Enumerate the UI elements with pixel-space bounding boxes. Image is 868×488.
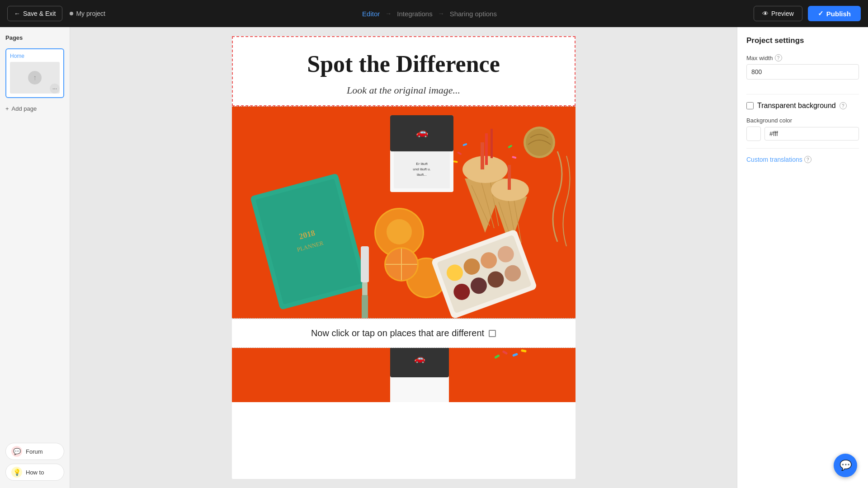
max-width-info-icon[interactable]: ? [775,54,782,61]
svg-rect-6 [362,282,368,296]
transparent-bg-info-icon[interactable]: ? [840,102,847,109]
eye-icon: 👁 [762,10,769,17]
spot-title: Spot the Difference [242,51,566,77]
add-page-button[interactable]: + Add page [5,103,64,114]
svg-point-63 [526,129,553,156]
pages-title: Pages [5,34,64,41]
project-name: My project [70,10,105,17]
project-dot [70,12,73,15]
nav-step-integrations[interactable]: Integrations [397,10,432,18]
chat-icon: 💬 [840,460,852,471]
bg-color-label: Background color [746,117,859,124]
svg-rect-7 [362,295,368,318]
nav-arrow-1: → [385,10,392,17]
transparent-bg-label: Transparent background [757,102,836,110]
svg-rect-35 [508,165,511,190]
settings-sidebar: Project settings Max width ? Transparent… [737,27,868,488]
custom-translations-link[interactable]: Custom translations ? [746,156,859,163]
svg-text:und läuft u.: und läuft u. [413,167,431,171]
custom-translations-info-icon[interactable]: ? [804,156,811,163]
nav-center: Editor → Integrations → Sharing options [105,10,754,18]
click-instruction-block: Now click or tap on places that are diff… [232,319,576,348]
transparent-bg-row: Transparent background ? [746,102,859,110]
spot-subtitle: Look at the original image... [242,84,566,96]
main-image-block[interactable]: 2018 PLANNER [232,106,576,319]
nav-step-editor[interactable]: Editor [362,10,380,18]
spot-difference-image: 2018 PLANNER [232,107,576,318]
title-block[interactable]: Spot the Difference Look at the original… [232,36,576,106]
settings-divider-2 [746,148,859,149]
nav-right: 👁 Preview ✓ Publish [754,6,861,21]
main-content: Pages Home ↑ ··· + Add page 💬 Forum 💡 [0,27,868,488]
svg-text:🚗: 🚗 [415,126,428,138]
click-checkbox [489,330,496,337]
page-label-home: Home [10,53,60,59]
settings-title: Project settings [746,36,859,45]
back-arrow-icon: ← [14,10,20,17]
bg-color-swatch[interactable] [746,127,761,141]
svg-rect-23 [485,133,488,165]
max-width-input[interactable] [746,64,859,80]
pages-sidebar: Pages Home ↑ ··· + Add page 💬 Forum 💡 [0,27,70,488]
plus-icon: + [5,105,9,112]
svg-rect-22 [481,142,484,169]
preview-button[interactable]: 👁 Preview [754,6,802,21]
check-icon: ✓ [818,9,824,18]
transparent-bg-checkbox[interactable] [746,102,754,109]
second-image-block[interactable]: 🚗 [232,348,576,402]
second-image: 🚗 [232,348,576,402]
howto-button[interactable]: 💡 How to [5,464,64,481]
svg-rect-24 [491,129,493,158]
svg-text:🚗: 🚗 [414,353,425,364]
nav-left: ← Save & Exit My project [7,6,105,21]
bg-color-input[interactable] [764,127,859,141]
svg-point-10 [387,219,412,244]
chat-bubble-button[interactable]: 💬 [834,454,857,477]
more-dots-icon: ··· [52,85,57,92]
forum-icon: 💬 [11,446,22,457]
nav-arrow-2: → [438,10,444,17]
svg-text:läuft...: läuft... [417,173,427,177]
bg-color-row [746,127,859,141]
svg-text:Er läuft: Er läuft [416,162,428,166]
click-instruction-text: Now click or tap on places that are diff… [311,328,484,338]
lightbulb-icon: 💡 [11,467,22,478]
upload-icon: ↑ [33,74,37,82]
save-exit-label: Save & Exit [23,10,56,17]
settings-divider-1 [746,94,859,94]
bottom-tools: 💬 Forum 💡 How to [5,443,64,481]
canvas-area[interactable]: Spot the Difference Look at the original… [70,27,737,488]
publish-button[interactable]: ✓ Publish [808,6,861,21]
save-exit-button[interactable]: ← Save & Exit [7,6,62,21]
nav-step-sharing[interactable]: Sharing options [450,10,497,18]
page-thumb-icon: ↑ [28,71,42,84]
page-thumbnail-home[interactable]: Home ↑ ··· [5,48,64,98]
max-width-label: Max width ? [746,54,859,61]
canvas-content: Spot the Difference Look at the original… [232,36,576,479]
top-nav: ← Save & Exit My project Editor → Integr… [0,0,868,27]
forum-button[interactable]: 💬 Forum [5,443,64,460]
svg-rect-5 [361,246,369,282]
page-options-button[interactable]: ··· [50,84,60,94]
